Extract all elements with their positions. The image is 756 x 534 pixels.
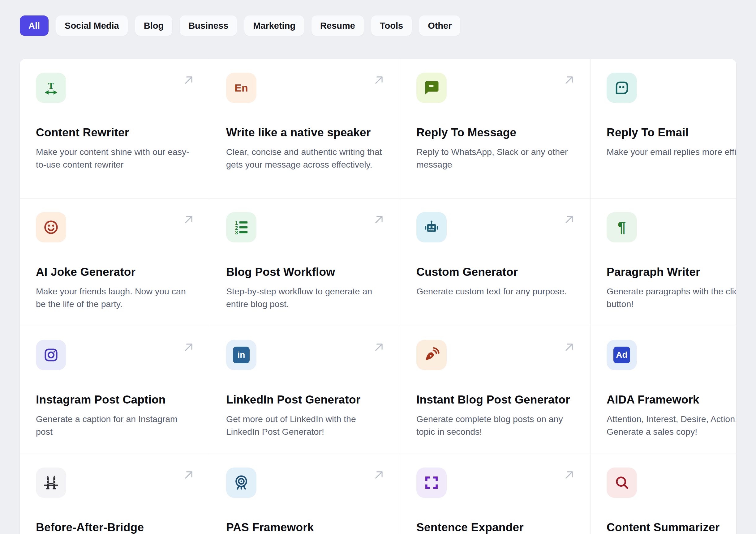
language-en-icon: En: [226, 73, 256, 103]
svg-text:3: 3: [235, 230, 238, 236]
smiley-icon: [36, 212, 66, 242]
svg-text:T: T: [48, 80, 54, 91]
ad-badge: Ad: [613, 347, 630, 363]
arrow-up-right-icon[interactable]: [372, 73, 386, 87]
card-custom-generator[interactable]: Custom Generator Generate custom text fo…: [400, 199, 590, 326]
card-title: Write like a native speaker: [226, 126, 385, 140]
arrow-up-right-icon[interactable]: [562, 468, 576, 482]
arrow-up-right-icon[interactable]: [372, 213, 386, 226]
robot-icon: [416, 212, 447, 242]
arrow-up-right-icon[interactable]: [562, 340, 576, 354]
numbered-list-icon: 1 2 3: [226, 212, 256, 242]
card-aida-framework[interactable]: Ad AIDA Framework Attention, Interest, D…: [590, 326, 737, 454]
card-title: Before-After-Bridge: [36, 521, 195, 534]
card-description: Make your content shine with our easy-to…: [36, 146, 195, 171]
card-title: Reply To Email: [607, 126, 737, 140]
card-description: Generate complete blog posts on any topi…: [416, 413, 575, 438]
card-reply-to-email[interactable]: Reply To Email Make your email replies m…: [590, 59, 737, 199]
chat-bubble-icon: [416, 73, 447, 103]
bridge-icon: [36, 467, 66, 498]
card-pas-framework[interactable]: PAS Framework: [210, 454, 400, 534]
card-ai-joke-generator[interactable]: AI Joke Generator Make your friends laug…: [20, 199, 210, 326]
card-paragraph-writer[interactable]: ¶ Paragraph Writer Generate paragraphs w…: [590, 199, 737, 326]
target-tripod-icon: [226, 467, 256, 498]
card-description: Generate custom text for any purpose.: [416, 285, 575, 298]
card-content-summarizer[interactable]: Content Summarizer: [590, 454, 737, 534]
chat-face-icon: [607, 73, 637, 103]
card-title: Instagram Post Caption: [36, 393, 195, 407]
card-description: Make your friends laugh. Now you can be …: [36, 285, 195, 310]
card-title: AIDA Framework: [607, 393, 737, 407]
expand-corners-icon: [416, 467, 447, 498]
text-width-icon: T: [36, 73, 66, 103]
card-write-like-native-speaker[interactable]: En Write like a native speaker Clear, co…: [210, 59, 400, 199]
category-filter-bar: All Social Media Blog Business Marketing…: [0, 0, 756, 36]
pilcrow-glyph: ¶: [618, 220, 626, 235]
filter-pill-blog[interactable]: Blog: [135, 15, 172, 36]
arrow-up-right-icon[interactable]: [182, 340, 196, 354]
card-description: Attention, Interest, Desire, Action. Gen…: [607, 413, 737, 438]
card-description: Get more out of LinkedIn with the Linked…: [226, 413, 385, 438]
instagram-icon: [36, 340, 66, 370]
card-reply-to-message[interactable]: Reply To Message Reply to WhatsApp, Slac…: [400, 59, 590, 199]
tools-grid: T Content Rewriter Make your content shi…: [19, 59, 737, 534]
pen-nib-signal-icon: [416, 340, 447, 370]
en-glyph: En: [234, 83, 248, 93]
card-instagram-post-caption[interactable]: Instagram Post Caption Generate a captio…: [20, 326, 210, 454]
card-description: Step-by-step workflow to generate an ent…: [226, 285, 385, 310]
linkedin-icon: in: [226, 340, 256, 370]
card-description: Clear, concise and authentic writing tha…: [226, 146, 385, 171]
pilcrow-icon: ¶: [607, 212, 637, 242]
card-description: Generate a caption for an Instagram post: [36, 413, 195, 438]
card-description: Make your email replies more efficient: [607, 146, 737, 158]
filter-pill-tools[interactable]: Tools: [371, 15, 412, 36]
card-title: Custom Generator: [416, 265, 575, 279]
filter-pill-business[interactable]: Business: [180, 15, 237, 36]
arrow-up-right-icon[interactable]: [562, 213, 576, 226]
arrow-up-right-icon[interactable]: [182, 468, 196, 482]
linkedin-badge: in: [233, 347, 250, 363]
arrow-up-right-icon[interactable]: [372, 468, 386, 482]
filter-pill-resume[interactable]: Resume: [311, 15, 364, 36]
card-title: Instant Blog Post Generator: [416, 393, 575, 407]
arrow-up-right-icon[interactable]: [182, 73, 196, 87]
arrow-up-right-icon[interactable]: [372, 340, 386, 354]
card-before-after-bridge[interactable]: Before-After-Bridge: [20, 454, 210, 534]
ad-badge-icon: Ad: [607, 340, 637, 370]
card-description: Generate paragraphs with the click of a …: [607, 285, 737, 310]
card-title: Reply To Message: [416, 126, 575, 140]
card-title: Content Summarizer: [607, 521, 737, 534]
card-content-rewriter[interactable]: T Content Rewriter Make your content shi…: [20, 59, 210, 199]
card-title: Sentence Expander: [416, 521, 575, 534]
card-instant-blog-post-generator[interactable]: Instant Blog Post Generator Generate com…: [400, 326, 590, 454]
filter-pill-social-media[interactable]: Social Media: [56, 15, 128, 36]
card-sentence-expander[interactable]: Sentence Expander: [400, 454, 590, 534]
card-title: Content Rewriter: [36, 126, 195, 140]
filter-pill-all[interactable]: All: [20, 15, 48, 36]
card-title: Paragraph Writer: [607, 265, 737, 279]
card-title: Blog Post Workflow: [226, 265, 385, 279]
card-title: AI Joke Generator: [36, 265, 195, 279]
card-title: PAS Framework: [226, 521, 385, 534]
card-linkedin-post-generator[interactable]: in LinkedIn Post Generator Get more out …: [210, 326, 400, 454]
card-blog-post-workflow[interactable]: 1 2 3 Blog Post Workflow Step-by-step wo…: [210, 199, 400, 326]
arrow-up-right-icon[interactable]: [182, 213, 196, 226]
filter-pill-other[interactable]: Other: [419, 15, 460, 36]
arrow-up-right-icon[interactable]: [562, 73, 576, 87]
filter-pill-marketing[interactable]: Marketing: [244, 15, 304, 36]
card-title: LinkedIn Post Generator: [226, 393, 385, 407]
magnifier-icon: [607, 467, 637, 498]
card-description: Reply to WhatsApp, Slack or any other me…: [416, 146, 575, 171]
